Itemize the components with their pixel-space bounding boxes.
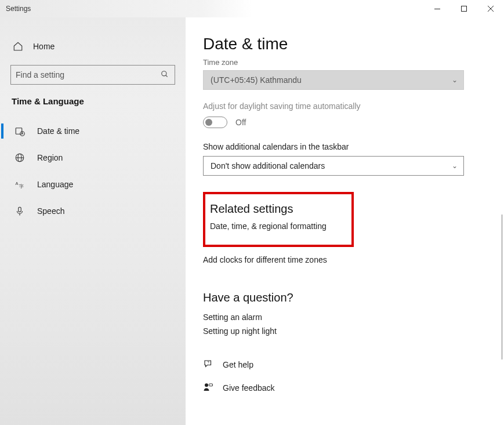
- link-setting-alarm[interactable]: Setting an alarm: [203, 313, 487, 322]
- clock-calendar-icon: [14, 125, 26, 137]
- nav-item-label: Date & time: [37, 126, 79, 136]
- microphone-icon: [14, 205, 26, 217]
- home-nav[interactable]: Home: [0, 35, 186, 58]
- nav-date-time[interactable]: Date & time: [0, 118, 186, 144]
- close-button[interactable]: [477, 0, 504, 17]
- scrollbar[interactable]: [501, 215, 503, 359]
- additional-calendars-dropdown[interactable]: Don't show additional calendars ⌄: [203, 156, 464, 176]
- svg-text:A: A: [16, 181, 19, 186]
- nav-item-label: Language: [37, 180, 73, 189]
- minimize-icon: [434, 9, 440, 9]
- dst-toggle-text: Off: [235, 118, 246, 127]
- svg-point-4: [162, 71, 166, 76]
- language-icon: A字: [14, 179, 26, 190]
- search-icon: [161, 70, 170, 79]
- svg-text:字: 字: [19, 184, 24, 189]
- get-help-label: Get help: [223, 360, 253, 369]
- globe-icon: [14, 152, 26, 164]
- additional-calendars-label: Show additional calendars in the taskbar: [203, 142, 487, 151]
- search-input[interactable]: [16, 70, 161, 79]
- nav-language[interactable]: A字 Language: [0, 171, 186, 198]
- svg-rect-1: [462, 6, 467, 12]
- nav-speech[interactable]: Speech: [0, 198, 186, 224]
- svg-line-5: [166, 75, 168, 77]
- close-icon: [488, 6, 494, 12]
- nav-item-label: Speech: [37, 206, 64, 216]
- chevron-down-icon: ⌄: [452, 162, 458, 170]
- timezone-label: Time zone: [203, 58, 487, 67]
- home-icon: [12, 40, 24, 53]
- nav-item-label: Region: [37, 153, 63, 162]
- link-date-time-formatting[interactable]: Date, time, & regional formatting: [210, 221, 343, 231]
- additional-calendars-value: Don't show additional calendars: [211, 161, 325, 170]
- give-feedback-label: Give feedback: [223, 383, 275, 393]
- page-title: Date & time: [203, 35, 487, 53]
- minimize-button[interactable]: [424, 0, 451, 17]
- timezone-value: (UTC+05:45) Kathmandu: [211, 75, 302, 85]
- svg-point-18: [205, 383, 208, 387]
- toggle-knob: [205, 119, 212, 126]
- svg-rect-0: [434, 9, 440, 9]
- svg-rect-6: [16, 128, 22, 135]
- maximize-button[interactable]: [451, 0, 477, 17]
- sidebar: Home Time & Language Date & time Reg: [0, 17, 186, 425]
- chevron-down-icon: ⌄: [452, 76, 458, 84]
- give-feedback-row[interactable]: Give feedback: [203, 382, 487, 394]
- svg-text:?: ?: [208, 361, 210, 364]
- svg-rect-15: [19, 207, 21, 212]
- help-icon: ?: [203, 359, 215, 370]
- content-area: Date & time Time zone (UTC+05:45) Kathma…: [186, 17, 504, 425]
- maximize-icon: [461, 6, 467, 12]
- question-title: Have a question?: [203, 291, 487, 304]
- svg-rect-19: [209, 384, 213, 386]
- svg-line-9: [23, 134, 24, 135]
- link-night-light[interactable]: Setting up night light: [203, 326, 487, 336]
- nav-region[interactable]: Region: [0, 144, 186, 171]
- related-settings-title: Related settings: [210, 202, 343, 216]
- feedback-icon: [203, 382, 215, 394]
- home-label: Home: [33, 42, 55, 51]
- titlebar: Settings: [0, 0, 504, 17]
- window-title: Settings: [6, 5, 31, 13]
- timezone-dropdown[interactable]: (UTC+05:45) Kathmandu ⌄: [203, 70, 464, 90]
- category-label: Time & Language: [0, 96, 186, 106]
- link-add-clocks[interactable]: Add clocks for different time zones: [203, 255, 487, 264]
- related-settings-highlight: Related settings Date, time, & regional …: [203, 192, 354, 247]
- search-box[interactable]: [10, 65, 175, 85]
- dst-toggle[interactable]: [203, 117, 227, 128]
- get-help-row[interactable]: ? Get help: [203, 359, 487, 370]
- dst-label: Adjust for daylight saving time automati…: [203, 101, 487, 111]
